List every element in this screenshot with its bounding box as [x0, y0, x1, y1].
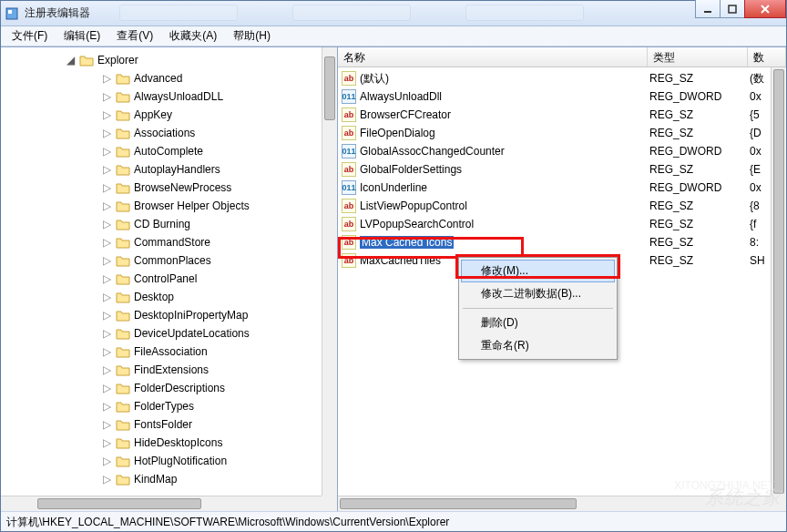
value-row[interactable]: 011AlwaysUnloadDllREG_DWORD0x	[338, 87, 786, 106]
tree-item[interactable]: ▷DeviceUpdateLocations	[83, 324, 337, 343]
tree-vscrollbar[interactable]	[322, 47, 337, 496]
col-type[interactable]: 类型	[648, 47, 748, 66]
folder-icon	[116, 309, 130, 322]
svg-rect-1	[8, 10, 12, 14]
tree-item[interactable]: ▷Browser Helper Objects	[83, 197, 337, 215]
tree-label: Advanced	[134, 72, 182, 85]
tree-item[interactable]: ▷ControlPanel	[83, 270, 337, 288]
menu-edit[interactable]: 编辑(E)	[56, 26, 107, 46]
caret-right-icon: ▷	[101, 363, 112, 376]
tree-label: FindExtensions	[134, 363, 209, 376]
tree-item[interactable]: ▷HideDesktopIcons	[83, 434, 337, 452]
tree-parent-explorer[interactable]: ◢Explorer	[65, 51, 337, 69]
values-header[interactable]: 名称 类型 数	[338, 47, 786, 67]
tree-item[interactable]: ▷CommonPlaces	[83, 251, 337, 270]
tree-item[interactable]: ▷KindMap	[83, 470, 337, 488]
menu-view[interactable]: 查看(V)	[109, 26, 160, 46]
menu-favorites[interactable]: 收藏夹(A)	[162, 26, 224, 46]
value-row[interactable]: 011GlobalAssocChangedCounterREG_DWORD0x	[338, 142, 786, 160]
folder-icon	[116, 236, 130, 249]
caret-right-icon: ▷	[101, 236, 112, 249]
tree-item[interactable]: ▷FolderTypes	[83, 397, 337, 415]
value-row[interactable]: abBrowserCFCreatorREG_SZ{5	[338, 106, 786, 124]
folder-icon	[116, 291, 130, 303]
folder-icon	[116, 108, 130, 121]
tree-item[interactable]: ▷AlwaysUnloadDLL	[83, 87, 337, 106]
tree-item[interactable]: ▷FindExtensions	[83, 361, 337, 379]
value-type: REG_SZ	[649, 108, 750, 121]
ctx-delete[interactable]: 删除(D)	[461, 312, 615, 334]
col-data[interactable]: 数	[748, 47, 786, 66]
value-row[interactable]: abListViewPopupControlREG_SZ{8	[338, 197, 786, 215]
tree-label: AppKey	[134, 108, 172, 121]
values-vscrollbar[interactable]	[771, 67, 786, 496]
value-type: REG_DWORD	[649, 145, 750, 158]
value-row[interactable]: abMax Cached IconsREG_SZ8:	[338, 233, 786, 251]
caret-right-icon: ▷	[101, 291, 112, 303]
tree-item[interactable]: ▷Associations	[83, 124, 337, 142]
value-type: REG_SZ	[649, 236, 750, 249]
tree-label: FontsFolder	[134, 418, 192, 431]
value-name: IconUnderline	[360, 181, 649, 194]
value-row[interactable]: ab(默认)REG_SZ(数	[338, 69, 786, 87]
tree-item[interactable]: ▷Desktop	[83, 288, 337, 306]
value-type: REG_SZ	[649, 127, 750, 139]
value-name: ListViewPopupControl	[360, 200, 649, 212]
value-string-icon: ab	[342, 217, 356, 231]
value-name: GlobalAssocChangedCounter	[360, 145, 649, 158]
menu-file[interactable]: 文件(F)	[5, 26, 55, 46]
registry-tree[interactable]: ◢Explorer▷Advanced▷AlwaysUnloadDLL▷AppKe…	[1, 47, 337, 492]
close-button[interactable]	[744, 0, 786, 18]
tree-label: ControlPanel	[134, 272, 197, 285]
value-type: REG_DWORD	[649, 90, 750, 103]
caret-right-icon: ▷	[101, 309, 112, 322]
value-row[interactable]: abGlobalFolderSettingsREG_SZ{E	[338, 160, 786, 179]
tree-item[interactable]: ▷CD Burning	[83, 215, 337, 233]
menu-help[interactable]: 帮助(H)	[226, 26, 278, 46]
statusbar: 计算机\HKEY_LOCAL_MACHINE\SOFTWARE\Microsof…	[1, 511, 786, 531]
caret-right-icon: ▷	[101, 108, 112, 121]
tree-label: FolderDescriptions	[134, 382, 225, 394]
value-row[interactable]: abFileOpenDialogREG_SZ{D	[338, 124, 786, 142]
caret-right-icon: ▷	[101, 473, 112, 486]
caret-right-icon: ▷	[101, 145, 112, 158]
value-row[interactable]: abLVPopupSearchControlREG_SZ{f	[338, 215, 786, 233]
tree-item[interactable]: ▷Advanced	[83, 69, 337, 87]
ctx-rename[interactable]: 重命名(R)	[461, 334, 615, 357]
tree-item[interactable]: ▷DesktopIniPropertyMap	[83, 306, 337, 324]
tree-item[interactable]: ▷FontsFolder	[83, 415, 337, 434]
tree-item[interactable]: ▷FolderDescriptions	[83, 379, 337, 397]
tree-label: AutoComplete	[134, 145, 203, 158]
value-string-icon: ab	[342, 107, 356, 122]
ctx-modify-binary[interactable]: 修改二进制数据(B)...	[461, 282, 615, 305]
value-row[interactable]: 011IconUnderlineREG_DWORD0x	[338, 179, 786, 197]
tree-hscrollbar[interactable]	[1, 496, 322, 511]
values-hscrollbar[interactable]	[338, 496, 771, 511]
folder-icon	[116, 382, 130, 394]
caret-right-icon: ▷	[101, 400, 112, 413]
folder-icon	[116, 473, 130, 486]
titlebar[interactable]: 注册表编辑器	[1, 1, 786, 26]
ctx-modify[interactable]: 修改(M)...	[461, 260, 615, 282]
tree-label: CommonPlaces	[134, 254, 211, 267]
maximize-button[interactable]	[720, 0, 745, 18]
col-name[interactable]: 名称	[338, 47, 648, 66]
tree-label: BrowseNewProcess	[134, 181, 231, 194]
tree-item[interactable]: ▷AutoplayHandlers	[83, 160, 337, 179]
caret-right-icon: ▷	[101, 345, 112, 358]
minimize-button[interactable]	[695, 0, 721, 18]
folder-icon	[116, 345, 130, 358]
tree-item[interactable]: ▷AppKey	[83, 106, 337, 124]
values-list[interactable]: ab(默认)REG_SZ(数011AlwaysUnloadDllREG_DWOR…	[338, 67, 786, 271]
caret-right-icon: ▷	[101, 163, 112, 176]
value-string-icon: ab	[342, 71, 356, 86]
tree-item[interactable]: ▷AutoComplete	[83, 142, 337, 160]
caret-right-icon: ▷	[101, 127, 112, 139]
tree-item[interactable]: ▷FileAssociation	[83, 343, 337, 361]
value-binary-icon: 011	[342, 144, 356, 159]
value-type: REG_SZ	[649, 254, 750, 267]
tree-item[interactable]: ▷CommandStore	[83, 233, 337, 251]
tree-item[interactable]: ▷HotPlugNotification	[83, 452, 337, 470]
caret-right-icon: ▷	[101, 72, 112, 85]
tree-item[interactable]: ▷BrowseNewProcess	[83, 179, 337, 197]
